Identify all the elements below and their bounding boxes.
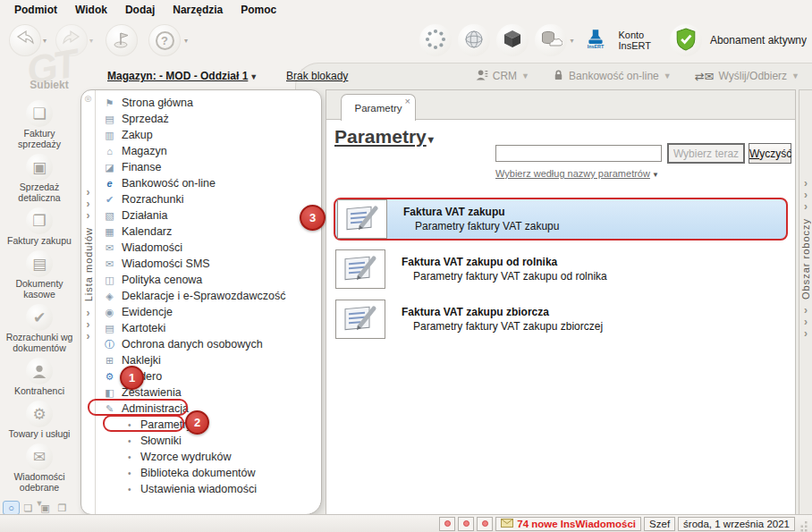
tree-item-rozrachunki[interactable]: ✔Rozrachunki: [96, 191, 321, 207]
list-item-faktura-vat-zakupu[interactable]: Faktura VAT zakupu Parametry faktury VAT…: [334, 198, 788, 241]
tree-item-kartoteki[interactable]: ▤Kartoteki: [96, 320, 321, 336]
strip-chevron[interactable]: ›: [804, 317, 808, 328]
help-button[interactable]: ?: [148, 24, 181, 56]
online-banking-icon: e: [103, 178, 116, 189]
tab-close-icon[interactable]: ×: [405, 96, 410, 106]
select-now-button[interactable]: Wybierz teraz: [667, 143, 745, 164]
tree-item-zakup[interactable]: ▥Zakup: [96, 127, 321, 143]
tree-item-finanse[interactable]: ◪Finanse: [96, 159, 321, 175]
filter-by-name-link[interactable]: Wybierz według nazwy parametrów▼: [495, 168, 659, 179]
banking-menu[interactable]: Bankowość on-line▼: [553, 69, 672, 84]
konto-insert-button[interactable]: InsERT: [579, 24, 612, 56]
cloud-dropdown-icon[interactable]: ▾: [570, 37, 573, 45]
mini-icon-2[interactable]: ❏: [20, 501, 37, 515]
sidebar-item-kontrahenci[interactable]: Kontrahenci: [14, 358, 64, 396]
sidebar-item-dokumenty-kasowe[interactable]: ▤ Dokumenty kasowe: [2, 250, 77, 300]
cube-button[interactable]: [496, 24, 529, 56]
tree-item-biblioteka-dokumentow[interactable]: •Biblioteka dokumentów: [96, 465, 321, 481]
insert-stamp-icon: InsERT: [584, 28, 607, 54]
menu-podmiot[interactable]: Podmiot: [5, 2, 66, 18]
sales-icon: ▤: [103, 114, 116, 125]
strip-chevron[interactable]: ›: [804, 190, 808, 201]
sidebar-item-towary-uslugi[interactable]: ⚙ Towary i usługi: [9, 401, 71, 439]
cloud-data-button[interactable]: [535, 24, 567, 56]
tree-side-strip: ◎ › › › Lista modułów › › ›: [81, 90, 96, 514]
sidebar-item-rozrachunki[interactable]: ✔ Rozrachunki wg dokumentów: [2, 304, 77, 353]
current-user[interactable]: Szef: [644, 517, 675, 531]
tree-item-sprzedaz[interactable]: ▤Sprzedaż: [96, 111, 321, 127]
clear-button[interactable]: Wyczyść: [749, 143, 791, 164]
tree-item-polityka-cenowa[interactable]: ◫Polityka cenowa: [96, 272, 321, 288]
parameter-search-input[interactable]: [495, 145, 662, 162]
sidebar-item-wiadomosci-odebrane[interactable]: ✉ Wiadomości odebrane: [2, 443, 77, 493]
current-date[interactable]: środa, 1 września 2021: [678, 517, 795, 531]
red-dot-icon: [444, 520, 451, 527]
inswiadomosci-status[interactable]: 74 nowe InsWiadomości: [495, 517, 641, 531]
back-dropdown-icon[interactable]: ▾: [43, 37, 47, 45]
tree-item-wiadomosci-sms[interactable]: ✉Wiadomości SMS: [96, 256, 321, 272]
status-indicator-2[interactable]: [458, 517, 474, 531]
strip-chevron[interactable]: ›: [87, 210, 90, 222]
tree-item-magazyn[interactable]: ⌂Magazyn: [96, 143, 321, 159]
online-services-button[interactable]: [458, 24, 490, 56]
crm-menu[interactable]: CRM▼: [476, 69, 529, 84]
list-item-faktura-vat-zakupu-zbiorcza[interactable]: Faktura VAT zakupu zbiorcza Parametry fa…: [334, 298, 788, 341]
mini-icon-3[interactable]: ▣: [37, 501, 54, 515]
menu-widok[interactable]: Widok: [66, 2, 116, 18]
svg-text:InsERT: InsERT: [588, 44, 605, 49]
tree-item-kalendarz[interactable]: ▦Kalendarz: [96, 224, 321, 240]
strip-top-icon: ◎: [85, 94, 92, 103]
sidebar-item-sprzedaz-detaliczna[interactable]: ▣ Sprzedaż detaliczna: [2, 154, 77, 203]
status-indicator-1[interactable]: [439, 517, 455, 531]
strip-chevron[interactable]: ›: [804, 328, 808, 340]
strip-chevron[interactable]: ›: [87, 331, 90, 342]
strip-chevron[interactable]: ›: [804, 201, 808, 213]
contractors-person-icon: [26, 358, 53, 384]
mini-icon-1[interactable]: ○: [3, 501, 20, 515]
forward-dropdown-icon[interactable]: ▾: [89, 37, 93, 45]
tree-item-dzialania[interactable]: ▧Działania: [96, 207, 321, 224]
banking-dropdown-icon: ▼: [664, 72, 672, 80]
help-dropdown-icon[interactable]: ▾: [184, 37, 188, 45]
tree-item-deklaracje[interactable]: ◈Deklaracje i e-Sprawozdawczość: [96, 288, 321, 304]
tree-item-slowniki[interactable]: •Słowniki: [96, 433, 321, 449]
strip-chevron[interactable]: ›: [87, 308, 90, 319]
list-item-faktura-vat-zakupu-od-rolnika[interactable]: Faktura VAT zakupu od rolnika Parametry …: [334, 248, 788, 291]
sidebar-item-faktury-sprzedazy[interactable]: ❏ Faktury sprzedaży: [2, 100, 77, 149]
tree-item-administracja[interactable]: ✎Administracja: [96, 401, 321, 417]
page-title[interactable]: Parametry▾: [334, 126, 434, 148]
lock-status-link[interactable]: Brak blokady: [286, 70, 348, 82]
workspace-right-strip[interactable]: › › › Obszar roboczy › › ›: [799, 89, 812, 515]
magazyn-selector[interactable]: Magazyn: - MOD - Oddział 1▼: [107, 70, 258, 82]
tree-item-wiadomosci[interactable]: ✉Wiadomości: [96, 240, 321, 256]
menu-dodaj[interactable]: Dodaj: [116, 2, 164, 18]
tab-parametry[interactable]: Parametry ×: [341, 94, 416, 121]
menu-narzedzia[interactable]: Narzędzia: [164, 2, 232, 18]
bullet-icon: •: [128, 469, 135, 478]
sync-button[interactable]: [419, 24, 452, 56]
resize-grip[interactable]: [798, 519, 808, 532]
strip-chevron[interactable]: ›: [87, 319, 90, 331]
status-indicator-3[interactable]: [477, 517, 493, 531]
sidebar-item-faktury-zakupu[interactable]: ❐ Faktury zakupu: [7, 207, 72, 246]
flag-button[interactable]: [106, 24, 138, 56]
tree-item-strona-glowna[interactable]: ⚑Strona główna: [96, 95, 321, 111]
strip-chevron[interactable]: ›: [804, 305, 808, 317]
tree-item-wzorce-wydrukow[interactable]: •Wzorce wydruków: [96, 449, 321, 465]
tree-item-bankowosc[interactable]: eBankowość on-line: [96, 175, 321, 191]
tree-item-ustawienia-wiadomosci[interactable]: •Ustawienia wiadomości: [96, 481, 321, 497]
mini-icon-4[interactable]: ❐: [54, 501, 71, 515]
statusbar: 74 nowe InsWiadomości Szef środa, 1 wrze…: [0, 514, 812, 532]
menu-pomoc[interactable]: Pomoc: [232, 2, 285, 18]
send-receive-menu[interactable]: ⇄✉ Wyślij/Odbierz▼: [695, 70, 799, 83]
annotation-step-2-badge: 2: [185, 410, 209, 435]
module-sidebar: ❏ Faktury sprzedaży ▣ Sprzedaż detaliczn…: [0, 100, 79, 511]
tree-item-ewidencje[interactable]: ◉Ewidencje: [96, 304, 321, 320]
settlements-icon: ✔: [26, 304, 53, 331]
application-window: Podmiot Widok Dodaj Narzędzia Pomoc ▾ ▾ …: [0, 0, 812, 532]
abonament-button[interactable]: [670, 24, 702, 56]
strip-chevron[interactable]: ›: [804, 178, 808, 190]
module-tree: ⚑Strona główna ▤Sprzedaż ▥Zakup ⌂Magazyn…: [96, 90, 321, 514]
red-dot-icon: [482, 520, 488, 527]
tree-item-ochrona-danych[interactable]: ⓘOchrona danych osobowych: [96, 336, 321, 352]
